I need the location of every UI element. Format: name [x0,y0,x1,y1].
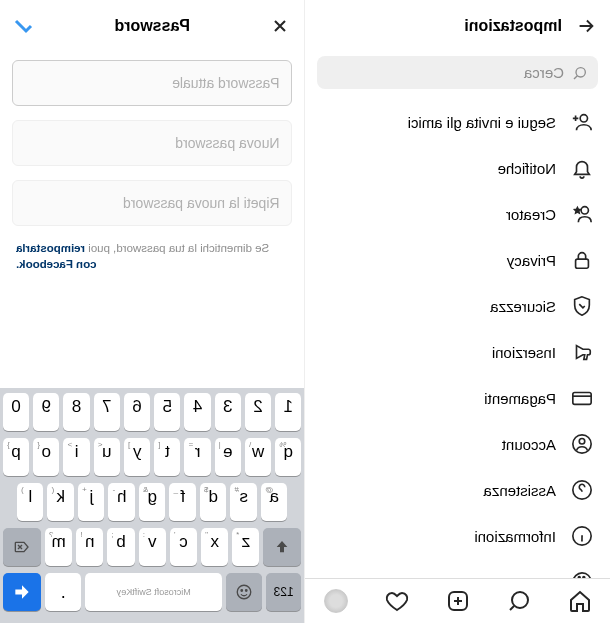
key-h[interactable]: h- [109,483,136,521]
settings-item-shield[interactable]: Sicurezza [306,283,611,329]
space-key[interactable]: Microsoft SwiftKey [85,573,222,611]
settings-item-account[interactable]: Account [306,421,611,467]
svg-point-2 [581,207,588,214]
svg-point-1 [580,115,587,122]
key-v[interactable]: v: [139,528,166,566]
period-key[interactable]: . [45,573,81,611]
activity-icon[interactable] [385,589,409,613]
key-w[interactable]: w\ [245,438,271,476]
key-x[interactable]: x" [201,528,228,566]
account-icon [570,432,594,456]
settings-item-help[interactable]: Assistenza [306,467,611,513]
key-p[interactable]: p} [3,438,29,476]
settings-item-label: Creator [506,206,556,223]
search-nav-icon[interactable] [507,589,531,613]
home-icon[interactable] [568,589,592,613]
key-1[interactable]: 1 [275,393,301,431]
key-y[interactable]: y] [124,438,150,476]
shift-key[interactable] [263,528,301,566]
key-i[interactable]: i> [64,438,90,476]
key-d[interactable]: d$ [200,483,227,521]
svg-point-0 [576,67,585,76]
key-b[interactable]: b; [107,528,134,566]
key-j[interactable]: j+ [78,483,105,521]
key-8[interactable]: 8 [64,393,90,431]
key-6[interactable]: 6 [124,393,150,431]
settings-item-creator[interactable]: Creator [306,191,611,237]
settings-item-label: Privacy [507,252,556,269]
key-a[interactable]: a@ [261,483,288,521]
key-m[interactable]: m? [45,528,72,566]
settings-list: Segui e invita gli amiciNotificheCreator… [306,99,611,623]
key-l[interactable]: l) [17,483,44,521]
numeric-key[interactable]: 123 [266,573,302,611]
key-q[interactable]: q% [275,438,301,476]
settings-item-lock[interactable]: Privacy [306,237,611,283]
svg-point-12 [512,592,528,608]
shield-icon [570,294,594,318]
key-4[interactable]: 4 [185,393,211,431]
settings-header: Impostazioni [306,0,611,52]
settings-item-label: Segui e invita gli amici [408,114,556,131]
settings-item-bell[interactable]: Notifiche [306,145,611,191]
search-icon [572,65,588,81]
add-user-icon [570,110,594,134]
key-z[interactable]: z* [232,528,259,566]
profile-avatar[interactable] [324,589,348,613]
settings-item-label: Informazioni [474,528,556,545]
key-s[interactable]: s# [231,483,258,521]
emoji-key[interactable] [226,573,262,611]
settings-item-label: Sicurezza [490,298,556,315]
key-u[interactable]: u< [94,438,120,476]
key-k[interactable]: k( [48,483,75,521]
key-n[interactable]: n! [76,528,103,566]
svg-rect-3 [576,259,589,268]
reset-facebook-link[interactable]: reimpostarla con Facebook. [16,242,97,270]
key-f[interactable]: f_ [170,483,197,521]
settings-item-label: Assistenza [483,482,556,499]
card-icon [570,386,594,410]
creator-icon [570,202,594,226]
confirm-icon[interactable] [12,14,36,38]
megaphone-icon [570,340,594,364]
settings-item-label: Inserzioni [492,344,556,361]
new-password-input[interactable] [12,120,293,166]
key-5[interactable]: 5 [154,393,180,431]
key-0[interactable]: 0 [3,393,29,431]
repeat-password-input[interactable] [12,180,293,226]
key-g[interactable]: g& [139,483,166,521]
enter-key[interactable] [3,573,41,611]
back-icon[interactable] [574,14,598,38]
password-title: Password [36,17,269,35]
current-password-input[interactable] [12,60,293,106]
close-icon[interactable] [269,14,293,38]
key-3[interactable]: 3 [215,393,241,431]
password-form: Se dimentichi la tua password, puoi reim… [0,52,305,280]
key-c[interactable]: c' [170,528,197,566]
settings-item-info[interactable]: Informazioni [306,513,611,559]
svg-rect-4 [573,393,591,405]
key-2[interactable]: 2 [245,393,271,431]
svg-point-16 [241,590,243,592]
settings-item-add-user[interactable]: Segui e invita gli amici [306,99,611,145]
settings-item-card[interactable]: Pagamenti [306,375,611,421]
key-9[interactable]: 9 [33,393,59,431]
key-e[interactable]: e| [215,438,241,476]
bell-icon [570,156,594,180]
key-r[interactable]: r= [185,438,211,476]
bottom-nav [306,578,611,623]
svg-point-6 [579,439,585,445]
help-text: Se dimentichi la tua password, puoi reim… [12,240,293,272]
key-t[interactable]: t[ [154,438,180,476]
key-o[interactable]: o{ [33,438,59,476]
settings-title: Impostazioni [318,17,563,35]
svg-point-14 [237,585,251,599]
settings-item-label: Pagamenti [484,390,556,407]
svg-point-15 [246,590,248,592]
key-7[interactable]: 7 [94,393,120,431]
settings-item-megaphone[interactable]: Inserzioni [306,329,611,375]
backspace-key[interactable] [3,528,41,566]
settings-item-label: Notifiche [498,160,556,177]
search-input[interactable]: Cerca [318,56,599,89]
add-post-icon[interactable] [446,589,470,613]
